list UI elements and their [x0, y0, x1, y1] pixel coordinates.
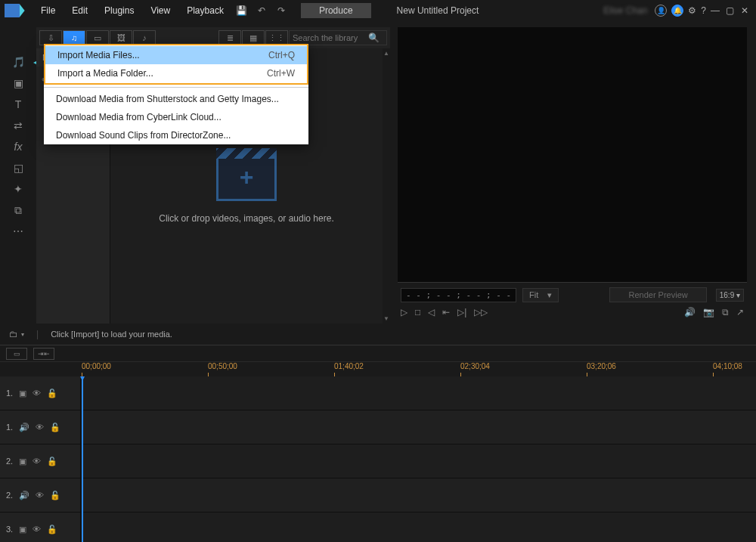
list-view-icon[interactable]: ≣: [218, 30, 241, 45]
track-header[interactable]: 2. ▣ 👁 🔓: [0, 444, 82, 478]
track-view-icon[interactable]: ▭: [6, 348, 27, 360]
menu-file[interactable]: File: [33, 2, 63, 19]
download-cloud-item[interactable]: Download Media from CyberLink Cloud...: [44, 108, 308, 126]
lock-icon[interactable]: 🔓: [47, 525, 57, 534]
render-preview-button[interactable]: Render Preview: [609, 287, 706, 302]
help-icon[interactable]: ?: [701, 5, 706, 16]
track-lane[interactable]: [82, 479, 756, 512]
undo-icon[interactable]: ↶: [256, 5, 268, 17]
import-tab-icon[interactable]: ⇩: [39, 30, 62, 45]
grid-view-icon[interactable]: ▦: [242, 30, 265, 45]
more-rooms-icon[interactable]: ⋯: [0, 221, 36, 242]
library-scrollbar[interactable]: ▲ ▼: [383, 48, 390, 324]
fx-room-icon[interactable]: fx: [0, 136, 36, 157]
room-toolbar: 🎵 ▣ T ⇄ fx ◱ ✦ ⧉ ⋯: [0, 21, 36, 324]
video-room-icon[interactable]: ▣: [0, 73, 36, 94]
zoom-fit-dropdown[interactable]: Fit▾: [522, 288, 559, 302]
visibility-icon[interactable]: 👁: [36, 423, 44, 432]
library-search[interactable]: 🔍: [289, 30, 387, 45]
menu-edit[interactable]: Edit: [64, 2, 95, 19]
seek-start-button[interactable]: ⇤: [442, 307, 450, 317]
lock-icon[interactable]: 🔓: [50, 491, 60, 500]
lock-icon[interactable]: 🔓: [50, 423, 60, 432]
project-folder-icon[interactable]: 🗀 ▾: [9, 329, 24, 339]
track-lane[interactable]: [82, 376, 756, 410]
menu-view[interactable]: View: [143, 2, 178, 19]
track-number: 2.: [6, 457, 13, 466]
user-icon[interactable]: 👤: [655, 5, 667, 17]
ruler-tick: 01;40;02: [334, 362, 364, 370]
import-menu: Import Media Files...Ctrl+Q Import a Med…: [44, 44, 308, 144]
track-header[interactable]: 1. ▣ 👁 🔓: [0, 376, 82, 410]
download-shutterstock-item[interactable]: Download Media from Shutterstock and Get…: [44, 90, 308, 108]
import-media-files-item[interactable]: Import Media Files...Ctrl+Q: [45, 46, 307, 64]
track-row: 3. ▣ 👁 🔓: [0, 513, 756, 542]
next-frame-button[interactable]: ▷|: [457, 307, 466, 317]
track-lane[interactable]: [82, 513, 756, 542]
preview-timecode[interactable]: - - ; - - ; - - ; - -: [401, 288, 516, 302]
produce-button[interactable]: Produce: [301, 3, 371, 18]
ruler-tick: 02;30;04: [460, 362, 490, 370]
track-header[interactable]: 3. ▣ 👁 🔓: [0, 513, 82, 542]
track-number: 2.: [6, 491, 13, 500]
sound-tab-icon[interactable]: ♪: [133, 30, 156, 45]
settings-icon[interactable]: ⚙: [688, 5, 696, 16]
track-lane[interactable]: [82, 444, 756, 478]
track-row: 1. 🔊 👁 🔓: [0, 410, 756, 444]
track-number: 3.: [6, 525, 13, 534]
track-lane[interactable]: [82, 410, 756, 444]
redo-icon[interactable]: ↷: [275, 5, 287, 17]
notification-icon[interactable]: 🔔: [671, 5, 683, 17]
minimize-button[interactable]: —: [711, 5, 721, 16]
video-track-icon: ▣: [19, 525, 26, 534]
close-button[interactable]: ✕: [741, 5, 751, 16]
visibility-icon[interactable]: 👁: [36, 491, 44, 500]
visibility-icon[interactable]: 👁: [33, 457, 41, 466]
pip-room-icon[interactable]: ◱: [0, 157, 36, 178]
title-room-icon[interactable]: T: [0, 94, 36, 115]
undock-icon[interactable]: ↗: [736, 307, 744, 317]
menu-playback[interactable]: Playback: [179, 2, 231, 19]
menu-plugins[interactable]: Plugins: [97, 2, 141, 19]
track-header[interactable]: 1. 🔊 👁 🔓: [0, 410, 82, 444]
subtitle-room-icon[interactable]: ⧉: [0, 200, 36, 221]
media-room-icon[interactable]: 🎵: [0, 51, 36, 73]
timeline-tracks: 1. ▣ 👁 🔓 1. 🔊 👁 🔓 2. ▣ 👁 🔓 2. 🔊 👁 🔓 3. ▣…: [0, 376, 756, 542]
dual-preview-icon[interactable]: ⧉: [722, 307, 729, 317]
volume-icon[interactable]: 🔊: [684, 307, 696, 317]
drop-hint: Click or drop videos, images, or audio h…: [159, 213, 333, 224]
import-media-folder-item[interactable]: Import a Media Folder...Ctrl+W: [45, 64, 307, 82]
search-icon[interactable]: 🔍: [368, 33, 380, 43]
download-directorzone-item[interactable]: Download Sound Clips from DirectorZone..…: [44, 126, 308, 144]
particle-room-icon[interactable]: ✦: [0, 178, 36, 200]
search-input[interactable]: [293, 33, 368, 42]
save-icon[interactable]: 💾: [236, 5, 248, 17]
track-header[interactable]: 2. 🔊 👁 🔓: [0, 479, 82, 512]
aspect-ratio-dropdown[interactable]: 16:9 ▾: [716, 289, 744, 302]
marker-tool-icon[interactable]: ⇥⇤: [33, 348, 54, 360]
play-button[interactable]: ▷: [401, 307, 407, 317]
timeline-tools: ▭ ⇥⇤: [0, 345, 756, 361]
transition-room-icon[interactable]: ⇄: [0, 115, 36, 136]
timeline-ruler[interactable]: 00;00;0000;50;0001;40;0202;30;0403;20;06…: [0, 361, 756, 376]
menubar: File Edit Plugins View Playback 💾 ↶ ↷ Pr…: [0, 0, 756, 21]
color-tab-icon[interactable]: ▭: [86, 30, 109, 45]
stop-button[interactable]: □: [415, 307, 420, 317]
maximize-button[interactable]: ▢: [726, 5, 736, 16]
lock-icon[interactable]: 🔓: [47, 457, 57, 466]
prev-frame-button[interactable]: ◁: [428, 307, 435, 317]
chevron-down-icon: ▾: [736, 291, 740, 299]
scroll-down-icon[interactable]: ▼: [383, 315, 389, 322]
track-row: 2. 🔊 👁 🔓: [0, 479, 756, 513]
snapshot-icon[interactable]: 📷: [703, 307, 714, 317]
visibility-icon[interactable]: 👁: [33, 389, 41, 398]
scroll-up-icon[interactable]: ▲: [383, 50, 389, 57]
sort-icon[interactable]: ⋮⋮: [265, 30, 288, 45]
playhead[interactable]: [82, 376, 83, 542]
lock-icon[interactable]: 🔓: [47, 389, 57, 398]
project-title: New Untitled Project: [397, 5, 479, 16]
media-tab-icon[interactable]: ♫: [63, 30, 85, 45]
image-tab-icon[interactable]: 🖼: [110, 30, 132, 45]
fast-forward-button[interactable]: ▷▷: [474, 307, 488, 317]
visibility-icon[interactable]: 👁: [33, 525, 41, 534]
